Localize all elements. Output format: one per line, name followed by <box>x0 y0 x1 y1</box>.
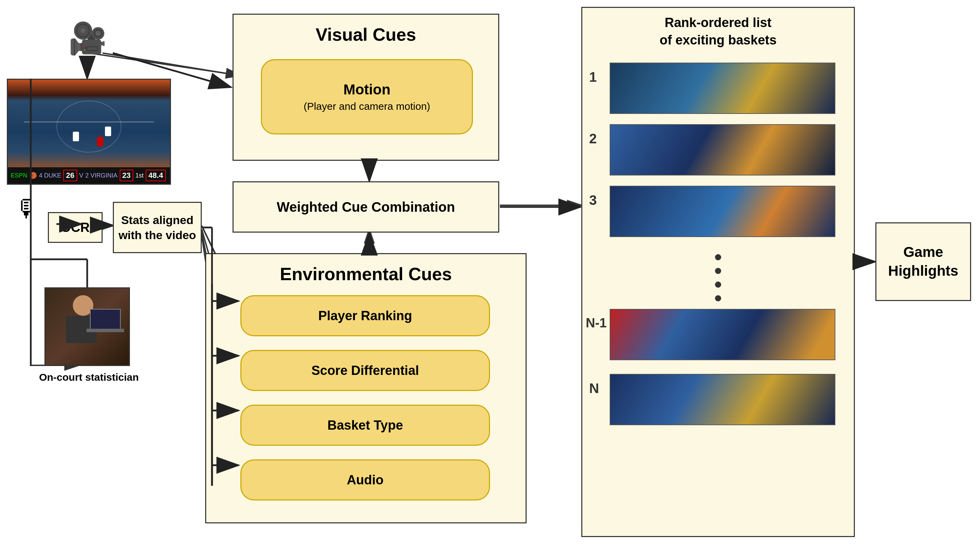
player-ranking-box: Player Ranking <box>240 295 490 336</box>
rank-num-1: 1 <box>589 69 597 85</box>
rank-num-2: 2 <box>589 131 597 147</box>
statistician-image <box>45 287 130 366</box>
camera-icon: 🎥 <box>68 21 107 56</box>
score-differential-label: Score Differential <box>312 363 419 378</box>
wcc-box: Weighted Cue Combination <box>232 181 499 233</box>
dots-area <box>582 254 854 301</box>
highlights-box: Game Highlights <box>875 222 971 301</box>
env-cues-title: Environmental Cues <box>206 264 525 284</box>
stats-label: Stats aligned with the video <box>114 209 201 246</box>
video-frame: ESPN 🏀 4 DUKE 26 V 2 VIRGINIA 23 1st 48.… <box>7 79 171 185</box>
thumb-n <box>610 374 835 425</box>
rank-num-n1: N-1 <box>586 316 606 330</box>
stats-box: Stats aligned with the video <box>113 202 202 253</box>
antenna-icon: 🎙 <box>15 195 39 222</box>
player-ranking-label: Player Ranking <box>318 309 412 323</box>
visual-cues-title: Visual Cues <box>234 24 498 45</box>
wcc-label: Weighted Cue Combination <box>277 199 455 215</box>
score-differential-box: Score Differential <box>240 350 490 391</box>
env-cues-box: Environmental Cues Player Ranking Score … <box>205 253 527 523</box>
thumb-2 <box>610 124 835 175</box>
audio-box: Audio <box>240 459 490 500</box>
rank-panel-title: Rank-ordered listof exciting baskets <box>582 14 854 49</box>
ocr-label: OCR <box>61 220 89 235</box>
audio-label: Audio <box>347 473 383 487</box>
visual-cues-box: Visual Cues Motion (Player and camera mo… <box>232 14 499 161</box>
statistician-label: On-court statistician <box>27 371 150 383</box>
thumb-3 <box>610 186 835 237</box>
motion-label: Motion <box>343 81 390 98</box>
basket-type-box: Basket Type <box>240 405 490 446</box>
motion-box: Motion (Player and camera motion) <box>261 59 473 134</box>
rank-panel: Rank-ordered listof exciting baskets 1 2… <box>581 7 855 537</box>
ocr-box: OCR <box>48 212 103 243</box>
score-bar: ESPN 🏀 4 DUKE 26 V 2 VIRGINIA 23 1st 48.… <box>8 167 170 184</box>
thumb-1 <box>610 62 835 114</box>
svg-line-1 <box>89 53 239 75</box>
duke-score: 26 <box>63 170 77 181</box>
rank-num-3: 3 <box>589 193 597 208</box>
motion-sublabel: (Player and camera motion) <box>304 100 430 112</box>
virginia-score: 23 <box>120 170 134 181</box>
time: 48.4 <box>146 170 166 181</box>
basket-type-label: Basket Type <box>327 418 403 433</box>
highlights-label: Game Highlights <box>877 243 970 280</box>
thumb-n1 <box>610 309 835 360</box>
rank-num-n: N <box>589 381 599 396</box>
